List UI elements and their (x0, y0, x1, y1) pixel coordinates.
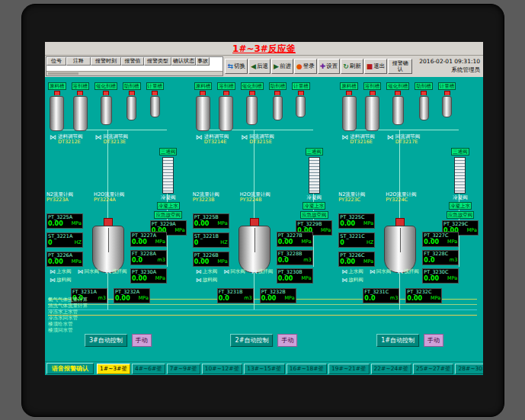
valve-label[interactable]: ⋈搅拌阀 (397, 268, 419, 275)
toolbar-button-alarm-ack[interactable]: 报警确认 (388, 59, 412, 74)
top-row: 位号注释报警时刻报警值报警类型确认状态事故 ⇆切换◀后退▶前进●登录✚设置↻刷新… (45, 56, 483, 77)
manual-mode-button[interactable]: 手动 (277, 334, 297, 347)
units-row: 原料槽 溶剂槽 催化剂槽 助剂槽 计量槽 (45, 76, 483, 362)
relief-valve-chip[interactable]: 应急放空阀 (447, 211, 475, 219)
valve-tag: DT3216E (350, 139, 375, 145)
valve-tag: PY3223B (193, 197, 219, 203)
instrument-readout: PT_3226B 0.00MPa (193, 252, 229, 267)
condenser-water-chip[interactable]: 冷凝上水 (449, 202, 472, 210)
reactor-range-button-8[interactable]: 22#~24#釜 (371, 364, 411, 374)
tank: 溶剂槽 (217, 82, 235, 131)
unit-control: 1#自动控制 手动 (376, 334, 443, 347)
alarm-table-scrollbar[interactable] (46, 71, 222, 75)
n2-flow-valve-label[interactable]: N2流量计阀 PY3223A (46, 192, 73, 203)
condenser-icon (162, 157, 174, 194)
auto-control-button[interactable]: 3#自动控制 (85, 334, 127, 347)
manual-mode-button[interactable]: 手动 (424, 334, 443, 347)
alarm-column-header[interactable]: 注释 (66, 57, 91, 66)
valve-label[interactable]: ⋈回水阀 (78, 268, 100, 275)
reactor-range-button-2[interactable]: 4#~6#釜 (132, 364, 165, 374)
tank-body (419, 96, 429, 120)
instrument-tag: PT_3230C (424, 270, 457, 275)
valve-label[interactable]: ⋈放料阀 (50, 277, 72, 284)
reactor-body (384, 226, 416, 273)
toolbar-button-back[interactable]: ◀后退 (248, 59, 271, 74)
reactor-range-button-5[interactable]: 13#~15#釜 (244, 364, 284, 374)
n2-flow-valve-label[interactable]: N2流量计阀 PY3223B (193, 192, 219, 203)
feed-valve[interactable]: ⋈ 回流调节阀 DT3215E (241, 134, 274, 145)
tank-label-chip: 催化剂槽 (94, 82, 117, 90)
condenser-water-chip[interactable]: 冷凝上水 (303, 202, 325, 210)
toolbar-button-exit[interactable]: ■退出 (364, 59, 388, 74)
instrument-value: 0.00 (115, 295, 130, 302)
three-way-valve-chip[interactable]: 三通阀 (159, 148, 178, 155)
valve-label[interactable]: ⋈回水阀 (370, 268, 392, 275)
reactor-range-button-9[interactable]: 25#~27#釜 (413, 364, 453, 374)
valve-label[interactable]: ⋈上水阀 (50, 268, 72, 275)
toolbar-button-switch[interactable]: ⇆切换 (225, 59, 248, 74)
instrument-readout: FT_3231C 0.0m3 (363, 288, 399, 303)
valve-icon: ⋈ (370, 268, 376, 275)
instrument-tag: PT_3226B (194, 253, 228, 258)
condenser-water-chip[interactable]: 冷凝上水 (157, 202, 180, 210)
reactor-range-button-7[interactable]: 19#~21#釜 (328, 364, 369, 374)
valve-label[interactable]: ⋈上水阀 (196, 268, 218, 275)
reactor-range-button-6[interactable]: 16#~18#釜 (287, 364, 327, 374)
alarm-column-header[interactable]: 确认状态 (171, 57, 196, 66)
manual-mode-button[interactable]: 手动 (132, 334, 152, 347)
reactor-range-button-4[interactable]: 10#~12#釜 (202, 364, 242, 374)
toolbar-button-login[interactable]: ●登录 (294, 59, 317, 74)
h2o-flow-valve-label[interactable]: H2O流量计阀 PY3224C (386, 192, 416, 203)
alarm-table[interactable]: 位号注释报警时刻报警值报警类型确认状态事故 (46, 56, 223, 76)
toolbar-button-forward[interactable]: ▶前进 (271, 59, 293, 74)
title-bar: 1#~3#反应釜 (45, 42, 483, 56)
valve-label[interactable]: ⋈搅拌阀 (251, 268, 274, 275)
instrument-readout: PT_3225A 0.00MPa (46, 213, 83, 229)
valve-label[interactable]: ⋈放料阀 (341, 277, 363, 284)
toolbar-button-settings[interactable]: ✚设置 (318, 59, 341, 74)
alarm-column-header[interactable]: 报警类型 (144, 57, 171, 66)
tank-label-chip: 计量槽 (146, 82, 165, 90)
valve-label[interactable]: ⋈回水阀 (223, 268, 245, 275)
relief-valve-chip[interactable]: 应急放空阀 (154, 211, 182, 219)
three-way-valve-chip[interactable]: 三通阀 (306, 148, 324, 155)
reactor-range-button-10[interactable]: 28#~30#釜 (455, 364, 483, 374)
instrument-unit: MPa (217, 258, 227, 265)
tank-body (50, 96, 64, 131)
auto-control-button[interactable]: 2#自动控制 (231, 334, 274, 347)
relief-valve-chip[interactable]: 应急放空阀 (300, 211, 328, 219)
tank-label-chip: 溶剂槽 (217, 82, 235, 90)
switch-icon: ⇆ (227, 63, 233, 70)
reactor-range-button-1[interactable]: 1#~3#釜 (97, 364, 130, 374)
instrument-unit: HZ (367, 239, 373, 246)
h2o-flow-valve-label[interactable]: H2O流量计阀 PY3224B (240, 192, 271, 203)
instrument-unit: HZ (75, 239, 82, 246)
scrollbar-thumb[interactable] (48, 72, 78, 75)
feed-valve[interactable]: ⋈ 进料调节阀 DT3216E (341, 134, 375, 145)
feed-valve[interactable]: ⋈ 回流调节阀 DT3217E (387, 134, 421, 145)
n2-flow-valve-label[interactable]: N2流量计阀 PY3223C (338, 192, 365, 203)
condenser-column: 三通阀 冷凝阀 冷凝上水 应急放空阀 PT_3229A 0.00 MPa (147, 148, 190, 236)
feed-valve[interactable]: ⋈ 进料调节阀 DT3212E (50, 134, 83, 145)
three-way-valve-chip[interactable]: 三通阀 (451, 148, 469, 155)
reactor-range-button-3[interactable]: 7#~9#釜 (167, 364, 200, 374)
auto-control-button[interactable]: 1#自动控制 (376, 334, 419, 347)
alarm-column-header[interactable]: 报警值 (121, 57, 144, 66)
valve-icon: ⋈ (251, 268, 258, 275)
valve-label[interactable]: ⋈搅拌阀 (105, 268, 127, 275)
reactor-unit-1: 原料槽 溶剂槽 催化剂槽 助剂槽 计量槽 (337, 76, 483, 362)
feed-valve[interactable]: ⋈ 回流调节阀 DT3213E (95, 134, 129, 145)
toolbar-button-refresh[interactable]: ↻刷新 (341, 59, 363, 74)
instrument-value: 0.00 (424, 275, 439, 282)
instrument-readout: PT_3225B 0.00MPa (193, 213, 229, 229)
feed-valve[interactable]: ⋈ 进料调节阀 DT3214E (196, 134, 229, 145)
alarm-column-header[interactable]: 事故 (196, 57, 210, 66)
h2o-flow-valve-label[interactable]: H2O流量计阀 PY3224A (94, 192, 124, 203)
alarm-column-header[interactable]: 报警时刻 (91, 57, 121, 66)
tank-cap-icon (152, 91, 158, 95)
condenser-icon (309, 157, 320, 194)
voice-alarm-ack-button[interactable]: 语音报警确认 (46, 363, 94, 374)
valve-label[interactable]: ⋈上水阀 (341, 268, 363, 275)
valve-label[interactable]: ⋈放料阀 (196, 277, 218, 284)
alarm-column-header[interactable]: 位号 (46, 57, 66, 66)
